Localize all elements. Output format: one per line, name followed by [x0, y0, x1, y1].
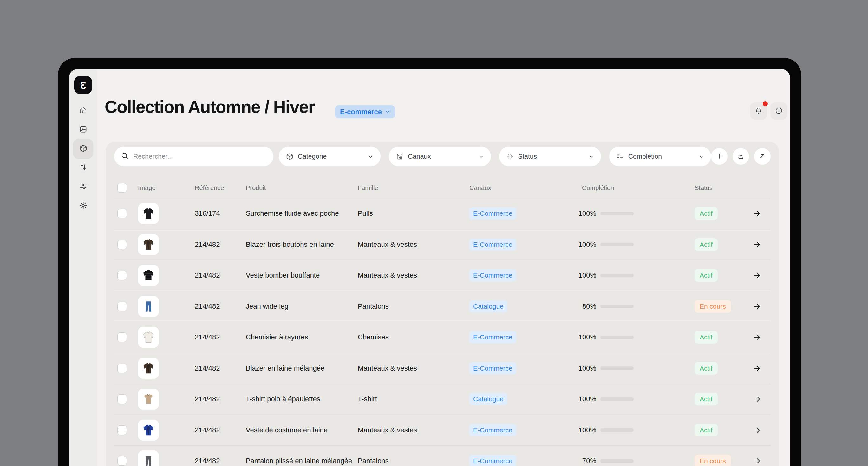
channel-chip[interactable]: E-Commerce: [469, 331, 516, 343]
completion-cell: 100%: [564, 426, 660, 434]
row-open-button[interactable]: [742, 364, 771, 373]
status-badge: Actif: [694, 362, 718, 375]
filter-categorie[interactable]: Catégorie: [279, 147, 380, 166]
sidebar-item-transfers[interactable]: [73, 158, 93, 177]
search-input[interactable]: [132, 152, 267, 160]
sliders-icon: [79, 182, 88, 192]
sidebar-item-settings[interactable]: [73, 196, 93, 215]
add-product-button[interactable]: [711, 148, 727, 165]
channel-selector[interactable]: E-commerce: [335, 105, 395, 118]
family-cell: T-shirt: [354, 395, 466, 403]
reference-cell: 214/482: [191, 457, 243, 465]
channel-chip[interactable]: E-Commerce: [469, 269, 516, 281]
status-badge: Actif: [694, 393, 718, 405]
product-cell: Surchemise fluide avec poche: [243, 209, 354, 218]
completion-percent: 100%: [564, 241, 596, 249]
table-row[interactable]: 214/482 Pantalon plissé en laine mélangé…: [114, 446, 771, 466]
chevron-down-icon: [368, 154, 374, 159]
row-open-button[interactable]: [742, 395, 771, 404]
download-button[interactable]: [733, 148, 749, 165]
sidebar: 3: [69, 69, 97, 466]
row-checkbox[interactable]: [117, 240, 127, 249]
row-checkbox[interactable]: [117, 394, 127, 404]
completion-percent: 100%: [564, 333, 596, 341]
select-all-checkbox[interactable]: [117, 183, 127, 192]
table-row[interactable]: 214/482 Veste de costume en laine Mantea…: [114, 415, 771, 446]
sidebar-item-preferences[interactable]: [73, 177, 93, 196]
table-row[interactable]: 214/482 Blazer trois boutons en laine Ma…: [114, 229, 771, 260]
column-header-product: Produit: [243, 184, 354, 192]
sidebar-item-products[interactable]: [73, 138, 93, 159]
arrow-right-icon: [752, 457, 761, 465]
checklist-icon: [616, 153, 624, 160]
table-row[interactable]: 214/482 Veste bomber bouffante Manteaux …: [114, 260, 771, 291]
reference-cell: 214/482: [191, 395, 243, 403]
arrow-right-icon: [752, 333, 761, 342]
table-row[interactable]: 214/482 Chemisier à rayures Chemises E-C…: [114, 322, 771, 353]
channel-chip[interactable]: E-Commerce: [469, 239, 516, 251]
completion-bar: [600, 398, 633, 401]
row-open-button[interactable]: [742, 333, 771, 342]
desktop-background: 3: [0, 0, 868, 466]
sidebar-item-media[interactable]: [73, 120, 93, 139]
reference-cell: 214/482: [191, 271, 243, 279]
channel-chip[interactable]: E-Commerce: [469, 362, 516, 374]
arrow-right-icon: [752, 240, 761, 249]
family-cell: Manteaux & vestes: [354, 426, 466, 434]
row-open-button[interactable]: [742, 457, 771, 465]
channel-chip[interactable]: E-Commerce: [469, 208, 516, 219]
arrow-right-icon: [752, 302, 761, 311]
arrow-right-icon: [752, 209, 761, 218]
info-button[interactable]: [770, 102, 787, 120]
arrow-right-icon: [752, 395, 761, 404]
products-panel: Catégorie Canaux Status: [105, 142, 779, 466]
product-image: [138, 265, 159, 286]
row-open-button[interactable]: [742, 426, 771, 435]
product-cell: Blazer trois boutons en laine: [243, 241, 354, 249]
chevron-down-icon: [385, 108, 390, 116]
row-open-button[interactable]: [742, 271, 771, 280]
table-header: Image Référence Produit Famille Canaux C…: [114, 182, 771, 193]
completion-percent: 100%: [564, 364, 596, 372]
app-logo[interactable]: 3: [74, 76, 92, 94]
reference-cell: 214/482: [191, 426, 243, 434]
row-checkbox[interactable]: [117, 425, 127, 435]
app-window: 3: [69, 69, 790, 466]
filter-completion[interactable]: Complétion: [609, 147, 711, 166]
row-open-button[interactable]: [742, 209, 771, 218]
sidebar-item-home[interactable]: [73, 101, 93, 120]
device-bezel: 3: [58, 58, 801, 466]
row-checkbox[interactable]: [117, 209, 127, 218]
notifications-button[interactable]: [750, 102, 767, 120]
filter-status[interactable]: Status: [499, 147, 601, 166]
column-header-channels: Canaux: [466, 184, 564, 192]
row-checkbox[interactable]: [117, 271, 127, 280]
status-badge: Actif: [694, 331, 718, 344]
row-checkbox[interactable]: [117, 456, 127, 466]
product-image: [138, 420, 159, 441]
row-checkbox[interactable]: [117, 364, 127, 373]
row-open-button[interactable]: [742, 302, 771, 311]
table-row[interactable]: 214/482 Jean wide leg Pantalons Catalogu…: [114, 291, 771, 322]
image-icon: [79, 125, 88, 134]
row-checkbox[interactable]: [117, 302, 127, 311]
channel-chip[interactable]: E-Commerce: [469, 424, 516, 436]
search-input-wrapper[interactable]: [114, 147, 273, 166]
table-row[interactable]: 214/482 Blazer en laine mélangée Manteau…: [114, 353, 771, 384]
filter-label: Complétion: [628, 153, 662, 160]
channel-chip[interactable]: Catalogue: [469, 393, 507, 405]
family-cell: Chemises: [354, 333, 466, 341]
filter-label: Canaux: [408, 153, 431, 160]
completion-percent: 70%: [564, 457, 596, 465]
row-open-button[interactable]: [742, 240, 771, 249]
open-external-button[interactable]: [754, 148, 771, 165]
family-cell: Manteaux & vestes: [354, 241, 466, 249]
table-row[interactable]: 316/174 Surchemise fluide avec poche Pul…: [114, 198, 771, 229]
channel-chip[interactable]: Catalogue: [469, 301, 507, 312]
bell-icon: [754, 106, 763, 116]
status-badge: En cours: [694, 455, 731, 466]
filter-canaux[interactable]: Canaux: [389, 147, 491, 166]
table-row[interactable]: 214/482 T-shirt polo à épaulettes T-shir…: [114, 384, 771, 415]
row-checkbox[interactable]: [117, 333, 127, 342]
channel-chip[interactable]: E-Commerce: [469, 455, 516, 466]
